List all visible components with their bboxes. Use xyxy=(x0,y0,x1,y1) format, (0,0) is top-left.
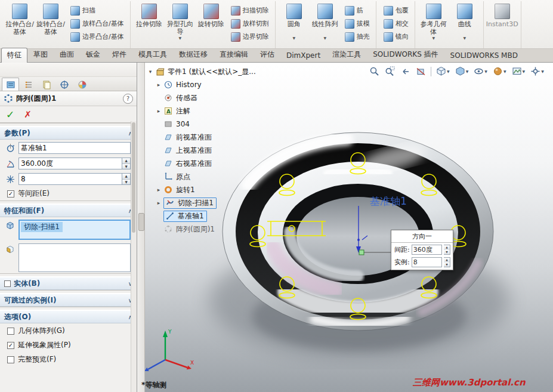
edit-appearance-button[interactable]: ▼ xyxy=(492,66,507,77)
intersect-button[interactable]: 相交 xyxy=(382,17,410,30)
zoom-to-fit-button[interactable] xyxy=(369,66,380,77)
revolved-boss-button[interactable]: 旋转凸台/基体 xyxy=(35,2,66,36)
equal-spacing-checkbox[interactable] xyxy=(7,190,14,197)
direction-callout[interactable]: 方向一 间距: 360度 实例: 8 xyxy=(391,230,453,270)
tree-item-annotations[interactable]: A 注解 xyxy=(147,104,267,118)
tree-item-material[interactable]: 304 xyxy=(147,118,267,131)
mirror-button[interactable]: 镜向 xyxy=(382,30,410,43)
features-faces-section-header[interactable]: 特征和面(F) xyxy=(0,204,137,217)
options-section-header[interactable]: 选项(O) xyxy=(0,310,137,323)
extruded-boss-button[interactable]: 拉伸凸台/基体 xyxy=(4,2,35,36)
tree-item-top-plane[interactable]: 上视基准面 xyxy=(147,144,267,157)
spacing-spinner[interactable] xyxy=(444,245,450,255)
tree-item-history[interactable]: History xyxy=(147,78,267,91)
instances-input[interactable]: 8 xyxy=(412,257,442,267)
fillet-button[interactable]: 圆角 xyxy=(279,2,310,40)
spin-up-icon[interactable] xyxy=(122,174,130,180)
hide-show-items-button[interactable]: ▼ xyxy=(473,66,488,77)
reference-geometry-button[interactable]: 参考几何体 xyxy=(418,2,449,40)
splitter-grip-icon[interactable] xyxy=(138,213,144,231)
tab-mold-tools[interactable]: 模具工具 xyxy=(132,47,173,62)
tree-item-front-plane[interactable]: 前视基准面 xyxy=(147,131,267,144)
rib-button[interactable]: 筋 xyxy=(343,4,372,17)
linear-pattern-button[interactable]: 线性阵列 xyxy=(310,2,341,40)
instance-count-spinner[interactable] xyxy=(122,173,131,185)
view-orientation-button[interactable]: ▼ xyxy=(435,66,450,77)
tab-features[interactable]: 特征 xyxy=(1,48,27,63)
lofted-cut-button[interactable]: 放样切割 xyxy=(229,17,271,30)
spin-up-icon[interactable] xyxy=(444,245,450,250)
display-manager-tab[interactable] xyxy=(73,78,91,91)
boundary-cut-button[interactable]: 边界切除 xyxy=(229,30,271,43)
pattern-axis-input[interactable]: 基准轴1 xyxy=(18,142,131,154)
display-style-button[interactable]: ▼ xyxy=(455,66,469,77)
revolved-cut-button[interactable]: 旋转切除 xyxy=(196,2,227,36)
instance-count-input[interactable]: 8 xyxy=(18,173,122,185)
zoom-to-area-button[interactable] xyxy=(384,66,396,77)
tree-item-revolve1[interactable]: 旋转1 xyxy=(147,183,267,196)
tab-weldments[interactable]: 焊件 xyxy=(106,47,132,62)
feature-manager-tab[interactable] xyxy=(2,78,19,91)
view-settings-button[interactable]: ▼ xyxy=(530,66,545,77)
expand-arrow-icon[interactable] xyxy=(156,82,162,88)
features-to-pattern-box[interactable]: 切除-扫描1 xyxy=(18,220,131,240)
section-view-button[interactable] xyxy=(415,66,427,77)
draft-button[interactable]: 拔模 xyxy=(343,17,372,30)
panel-scrollbar[interactable] xyxy=(131,121,137,392)
tab-sw-mbd[interactable]: SOLIDWORKS MBD xyxy=(444,49,524,62)
boundary-boss-button[interactable]: 边界凸台/基体 xyxy=(69,30,126,43)
propagate-visual-checkbox-row[interactable]: 延伸视象属性(P) xyxy=(0,338,137,352)
scrollbar-thumb[interactable] xyxy=(132,122,135,233)
instances-to-skip-section-header[interactable]: 可跳过的实例(I) xyxy=(0,294,137,307)
propagate-visual-checkbox[interactable] xyxy=(7,342,14,349)
property-manager-tab[interactable] xyxy=(20,78,37,91)
wrap-button[interactable]: 包覆 xyxy=(382,4,410,17)
swept-boss-button[interactable]: 扫描 xyxy=(69,4,126,17)
panel-splitter[interactable] xyxy=(137,63,145,392)
tree-item-axis1[interactable]: 基准轴1 xyxy=(147,209,267,223)
tab-sw-addins[interactable]: SOLIDWORKS 插件 xyxy=(367,47,444,62)
tab-direct-editing[interactable]: 直接编辑 xyxy=(214,47,254,62)
full-preview-checkbox[interactable] xyxy=(7,356,14,363)
tree-item-origin[interactable]: 原点 xyxy=(147,170,267,183)
tab-dimxpert[interactable]: DimXpert xyxy=(280,49,326,62)
help-icon[interactable] xyxy=(123,94,133,104)
angle-input[interactable]: 360.00度 xyxy=(18,158,122,169)
spin-up-icon[interactable] xyxy=(122,158,130,164)
apply-scene-button[interactable]: ▼ xyxy=(511,66,526,77)
spin-up-icon[interactable] xyxy=(444,258,450,263)
bodies-checkbox[interactable] xyxy=(4,280,11,287)
spin-down-icon[interactable] xyxy=(444,263,450,267)
selected-feature[interactable]: 切除-扫描1 xyxy=(21,222,63,232)
tree-item-right-plane[interactable]: 右视基准面 xyxy=(147,157,267,170)
ok-button[interactable] xyxy=(6,109,14,121)
graphics-area[interactable]: 基准轴1 Y X Z xyxy=(137,63,553,392)
tab-data-migration[interactable]: 数据迁移 xyxy=(173,47,214,62)
full-preview-checkbox-row[interactable]: 完整预览(F) xyxy=(0,352,137,366)
spin-down-icon[interactable] xyxy=(122,164,130,169)
spin-down-icon[interactable] xyxy=(444,250,450,255)
configuration-manager-tab[interactable] xyxy=(38,78,55,91)
angle-spinner[interactable] xyxy=(122,158,131,169)
equal-spacing-checkbox-row[interactable]: 等间距(E) xyxy=(0,186,137,200)
tree-root-part[interactable]: 零件1 (默认<<默认>_显... xyxy=(147,65,267,78)
tree-item-sensors[interactable]: 传感器 xyxy=(147,91,267,104)
lofted-boss-button[interactable]: 放样凸台/基体 xyxy=(69,17,126,30)
params-section-header[interactable]: 参数(P) xyxy=(0,126,137,140)
dimxpert-manager-tab[interactable] xyxy=(55,78,73,91)
instances-spinner[interactable] xyxy=(444,257,450,267)
geometry-pattern-checkbox[interactable] xyxy=(7,328,14,335)
tree-item-cut-sweep1[interactable]: 切除-扫描1 xyxy=(147,196,267,209)
cancel-button[interactable] xyxy=(24,109,32,120)
extruded-cut-button[interactable]: 拉伸切除 xyxy=(134,2,165,36)
hole-wizard-button[interactable]: 异型孔向导 xyxy=(165,2,196,40)
expand-arrow-icon[interactable] xyxy=(156,200,162,206)
shell-button[interactable]: 抽壳 xyxy=(343,30,372,43)
spin-down-icon[interactable] xyxy=(122,180,130,185)
faces-to-pattern-box[interactable] xyxy=(18,243,131,272)
tab-render-tools[interactable]: 渲染工具 xyxy=(326,47,367,62)
bodies-section-header[interactable]: 实体(B) xyxy=(0,277,137,290)
expand-arrow-icon[interactable] xyxy=(156,187,162,193)
spacing-input[interactable]: 360度 xyxy=(412,245,442,255)
previous-view-button[interactable] xyxy=(400,66,411,77)
